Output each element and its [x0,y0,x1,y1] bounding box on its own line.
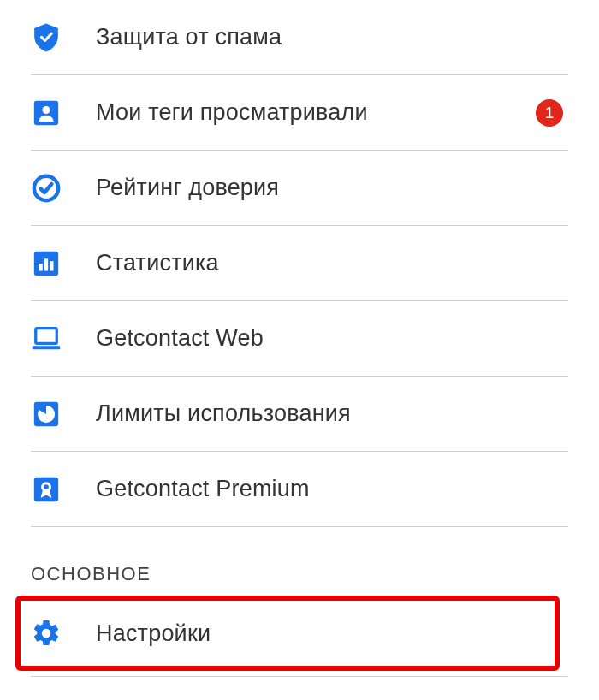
bar-chart-icon [31,248,62,279]
menu-item-premium[interactable]: Getcontact Premium [31,452,568,527]
person-card-icon [31,98,62,128]
menu-item-label: Getcontact Web [96,325,568,352]
menu-item-label: Статистика [96,250,568,276]
menu-item-statistics[interactable]: Статистика [31,226,568,301]
menu-item-getcontact-web[interactable]: Getcontact Web [31,301,568,377]
svg-rect-4 [39,264,43,271]
svg-rect-8 [33,346,61,349]
menu-item-spam-protection[interactable]: Защита от спама [31,0,568,75]
svg-point-12 [44,484,49,489]
svg-rect-7 [36,328,57,343]
laptop-icon [31,323,62,354]
check-circle-icon [31,173,62,204]
section-title-main: ОСНОВНОЕ [31,546,568,594]
menu-item-label: Getcontact Premium [96,476,568,502]
menu-item-label: Защита от спама [96,24,568,50]
svg-rect-6 [50,261,53,270]
settings-menu-screen: Защита от спама Мои теги просматривали 1 [0,0,599,700]
svg-point-1 [42,105,50,113]
menu-item-trust-rating[interactable]: Рейтинг доверия [31,151,568,226]
menu-item-label: Мои теги просматривали [96,99,536,126]
menu-item-settings[interactable]: Настройки [31,601,544,666]
menu-item-help-support[interactable]: Помощь и поддержка [31,676,568,700]
menu-item-label: Рейтинг доверия [96,175,568,201]
menu-item-tags-viewed[interactable]: Мои теги просматривали 1 [31,75,568,151]
notification-badge: 1 [536,99,563,127]
pie-chart-icon [31,399,62,430]
gear-icon [31,618,62,649]
section-gap [31,527,568,546]
shield-check-icon [31,22,62,53]
menu-item-usage-limits[interactable]: Лимиты использования [31,377,568,452]
medal-icon [31,474,62,505]
svg-rect-5 [44,258,48,270]
menu-item-label: Настройки [96,620,544,647]
menu-list: Защита от спама Мои теги просматривали 1 [0,0,599,700]
menu-item-label: Лимиты использования [96,400,568,427]
highlight-box: Настройки [15,596,560,671]
